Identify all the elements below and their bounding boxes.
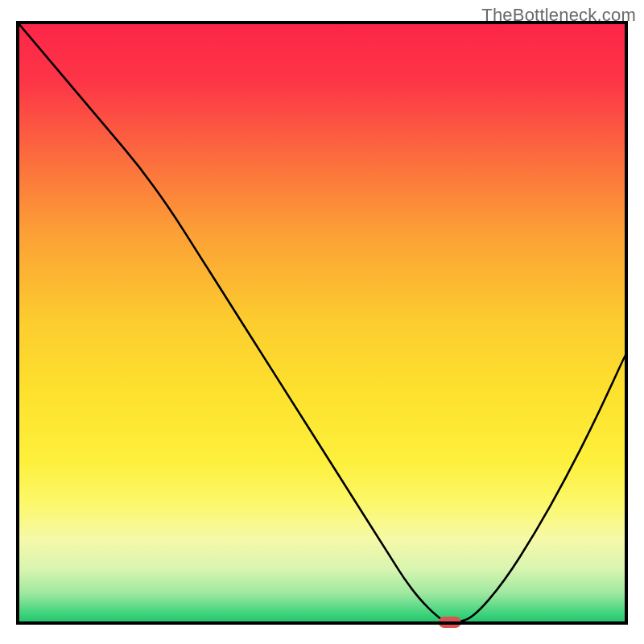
- chart-svg: [0, 0, 644, 644]
- bottleneck-chart: TheBottleneck.com: [0, 0, 644, 644]
- watermark-text: TheBottleneck.com: [481, 5, 636, 26]
